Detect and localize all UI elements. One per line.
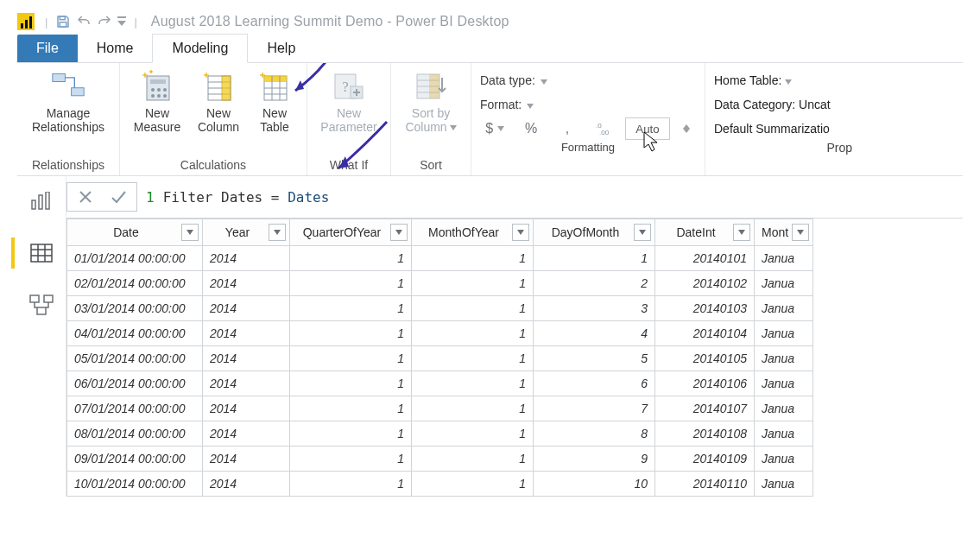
cell[interactable]: 02/01/2014 00:00:00 [67,271,203,296]
column-header-quarterofyear[interactable]: QuarterOfYear [290,219,412,246]
column-filter-quarterofyear[interactable] [390,224,408,241]
cell[interactable]: 2014 [203,472,290,497]
column-header-date[interactable]: Date [67,219,203,246]
cell[interactable]: 1 [412,346,534,371]
cell[interactable]: 2014 [203,371,290,396]
cell[interactable]: 2014 [203,271,290,296]
cell[interactable]: 1 [290,346,412,371]
cell[interactable]: Janua [755,396,813,421]
redo-icon[interactable] [94,12,115,31]
column-header-mont[interactable]: Mont [755,219,813,246]
cell[interactable]: Janua [755,446,813,472]
cell[interactable]: 20140107 [655,396,755,421]
cell[interactable]: Janua [755,271,813,296]
column-filter-date[interactable] [181,224,199,241]
column-filter-monthofyear[interactable] [512,224,529,241]
cell[interactable]: 2014 [203,346,290,371]
cell[interactable]: 20140108 [655,421,755,446]
cell[interactable]: 1 [412,321,534,346]
cell[interactable]: 20140101 [655,246,755,271]
table-row[interactable]: 01/01/2014 00:00:00201411120140101Janua [67,246,813,271]
column-filter-mont[interactable] [792,224,809,241]
cell[interactable]: 1 [290,296,412,321]
cell[interactable]: 3 [534,296,655,321]
table-row[interactable]: 03/01/2014 00:00:00201411320140103Janua [67,296,813,321]
data-category-label[interactable]: Data Category: Uncat [714,92,852,117]
decimals-stepper[interactable] [677,117,696,140]
tab-file[interactable]: File [17,35,78,62]
cell[interactable]: Janua [755,246,813,271]
cell[interactable]: 2 [534,271,655,296]
cell[interactable]: 2014 [203,321,290,346]
customize-qat-icon[interactable] [115,12,129,31]
cell[interactable]: 07/01/2014 00:00:00 [67,396,203,421]
column-filter-dayofmonth[interactable] [634,224,651,241]
tab-modeling[interactable]: Modeling [152,34,248,63]
save-icon[interactable] [53,12,73,31]
model-view-button[interactable] [26,292,57,318]
cell[interactable]: Janua [755,296,813,321]
cell[interactable]: 06/01/2014 00:00:00 [67,371,203,396]
tab-home[interactable]: Home [78,35,153,62]
report-view-button[interactable] [26,188,57,214]
cell[interactable]: 2014 [203,396,290,421]
currency-button[interactable]: $ [480,117,509,140]
cell[interactable]: 1 [290,271,412,296]
cell[interactable]: Janua [755,346,813,371]
cell[interactable]: 20140110 [655,472,755,497]
column-filter-year[interactable] [269,224,286,241]
data-type-dropdown[interactable] [541,73,547,87]
cell[interactable]: 1 [412,396,534,421]
sort-by-column-button[interactable]: Sort by Column [396,65,465,134]
cell[interactable]: 1 [534,246,655,271]
cell[interactable]: 1 [412,472,534,497]
cell[interactable]: 20140104 [655,321,755,346]
cell[interactable]: 7 [534,396,655,421]
cell[interactable]: 20140106 [655,371,755,396]
column-filter-dateint[interactable] [733,224,750,241]
cell[interactable]: 04/01/2014 00:00:00 [67,321,203,346]
cell[interactable]: 2014 [203,421,290,446]
cell[interactable]: 5 [534,346,655,371]
undo-icon[interactable] [73,12,94,31]
cell[interactable]: 6 [534,371,655,396]
decimals-input[interactable] [625,117,670,140]
format-dropdown[interactable] [527,98,534,111]
cell[interactable]: Janua [755,321,813,346]
new-table-button[interactable]: New Table [248,65,301,134]
cell[interactable]: 1 [290,472,412,497]
table-row[interactable]: 06/01/2014 00:00:00201411620140106Janua [67,371,813,396]
formula-input[interactable]: 1Filter Dates = Dates [146,189,329,206]
cell[interactable]: 20140102 [655,271,755,296]
cell[interactable]: 1 [290,421,412,446]
new-column-button[interactable]: New Column [189,65,248,134]
tab-help[interactable]: Help [248,35,314,62]
manage-relationships-button[interactable]: Manage Relationships [22,65,114,134]
home-table-label[interactable]: Home Table: [714,73,792,87]
cell[interactable]: 8 [534,421,655,446]
column-header-monthofyear[interactable]: MonthOfYear [412,219,534,246]
cell[interactable]: Janua [755,371,813,396]
cancel-formula-icon[interactable] [74,186,97,208]
cell[interactable]: 1 [412,371,534,396]
cell[interactable]: 05/01/2014 00:00:00 [67,346,203,371]
cell[interactable]: 1 [412,246,534,271]
cell[interactable]: Janua [755,472,813,497]
table-row[interactable]: 08/01/2014 00:00:00201411820140108Janua [67,421,813,446]
thousands-button[interactable]: , [553,117,582,140]
table-row[interactable]: 07/01/2014 00:00:00201411720140107Janua [67,396,813,421]
cell[interactable]: 20140109 [655,446,755,472]
cell[interactable]: 1 [412,296,534,321]
cell[interactable]: 1 [290,321,412,346]
cell[interactable]: 10/01/2014 00:00:00 [67,472,203,497]
cell[interactable]: 4 [534,321,655,346]
cell[interactable]: 2014 [203,296,290,321]
cell[interactable]: 10 [534,472,655,497]
column-header-dateint[interactable]: DateInt [655,219,755,246]
cell[interactable]: 1 [412,421,534,446]
default-summarization-label[interactable]: Default Summarizatio [714,117,852,141]
new-parameter-button[interactable]: ? New Parameter [313,65,385,134]
new-measure-button[interactable]: New Measure [125,65,189,134]
cell[interactable]: 03/01/2014 00:00:00 [67,296,203,321]
column-header-year[interactable]: Year [203,219,290,246]
